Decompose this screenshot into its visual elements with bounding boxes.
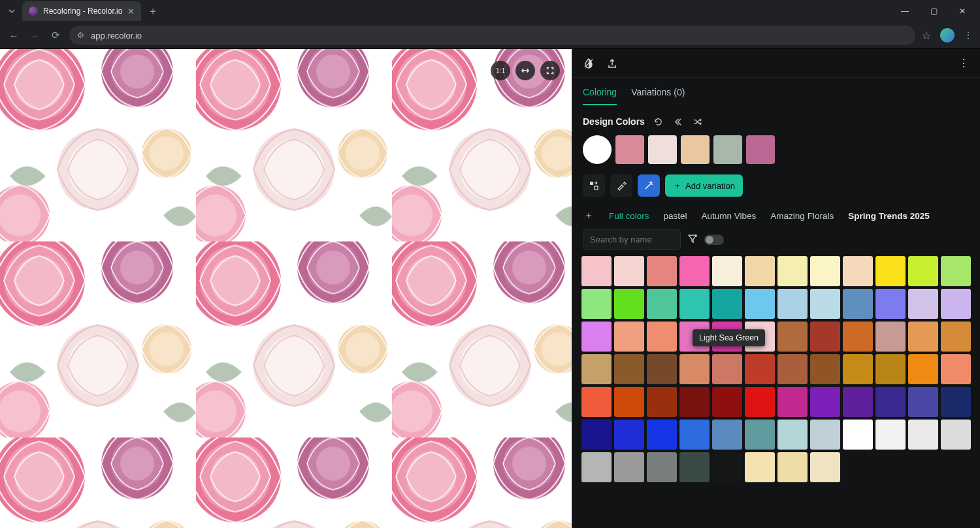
address-bar[interactable]: ⚙ app.recolor.io: [69, 25, 915, 45]
fullscreen-button[interactable]: [540, 61, 560, 80]
palette-swatch[interactable]: [875, 420, 906, 450]
palette-swatch[interactable]: [581, 289, 612, 319]
magic-wand-button[interactable]: [638, 174, 660, 197]
back-button[interactable]: ←: [7, 30, 21, 41]
eyedropper-button[interactable]: [610, 174, 632, 197]
palette-swatch[interactable]: [712, 354, 742, 384]
site-info-icon[interactable]: ⚙: [77, 31, 84, 40]
palette-swatch[interactable]: [777, 387, 808, 417]
palette-swatch[interactable]: [712, 420, 742, 450]
palette-swatch[interactable]: [679, 387, 710, 417]
palette-swatch[interactable]: [843, 289, 873, 319]
tab-coloring[interactable]: Coloring: [583, 87, 617, 105]
palette-swatch[interactable]: [941, 420, 971, 450]
shuffle-icon[interactable]: [692, 116, 704, 127]
palette-swatch[interactable]: [875, 256, 906, 286]
palette-swatch[interactable]: [777, 452, 808, 482]
palette-swatch[interactable]: [647, 289, 677, 319]
forward-button[interactable]: →: [27, 30, 42, 41]
palette-swatch[interactable]: [581, 256, 612, 286]
palette-tab-florals[interactable]: Amazing Florals: [770, 211, 834, 221]
design-canvas[interactable]: 1:1: [0, 49, 572, 528]
export-icon[interactable]: [606, 58, 618, 69]
palette-swatch[interactable]: [647, 256, 677, 286]
palette-swatch[interactable]: [679, 452, 710, 482]
palette-swatch[interactable]: [745, 289, 775, 319]
palette-swatch[interactable]: [941, 256, 971, 286]
palette-swatch[interactable]: [875, 354, 906, 384]
palette-swatch[interactable]: [745, 387, 775, 417]
palette-swatch[interactable]: [777, 420, 808, 450]
search-input[interactable]: [583, 229, 681, 250]
palette-swatch[interactable]: [810, 354, 840, 384]
palette-swatch[interactable]: [908, 256, 938, 286]
palette-swatch[interactable]: [777, 289, 808, 319]
palette-swatch[interactable]: [614, 420, 644, 450]
palette-swatch[interactable]: [712, 452, 742, 482]
palette-swatch[interactable]: [875, 322, 906, 352]
palette-swatch[interactable]: [745, 322, 775, 352]
palette-swatch[interactable]: [875, 387, 906, 417]
palette-swatch[interactable]: [679, 256, 710, 286]
palette-tab-spring[interactable]: Spring Trends 2025: [848, 211, 930, 221]
browser-tab[interactable]: Recoloring - Recolor.io ✕: [22, 1, 141, 21]
palette-swatch[interactable]: [908, 322, 938, 352]
zoom-actual-size-button[interactable]: 1:1: [491, 61, 510, 80]
palette-swatch[interactable]: [810, 452, 840, 482]
palette-swatch[interactable]: [647, 354, 677, 384]
palette-swatch[interactable]: [712, 387, 742, 417]
palette-swatch[interactable]: [581, 354, 612, 384]
palette-swatch[interactable]: [810, 387, 840, 417]
add-palette-button[interactable]: ＋: [583, 210, 595, 222]
palette-swatch[interactable]: [647, 387, 677, 417]
palette-swatch[interactable]: [712, 256, 742, 286]
palette-swatch[interactable]: [941, 354, 971, 384]
tabs-dropdown-button[interactable]: [5, 5, 18, 18]
tab-close-button[interactable]: ✕: [127, 7, 135, 16]
palette-swatch[interactable]: [647, 452, 677, 482]
collapse-icon[interactable]: [672, 116, 684, 127]
palette-swatch[interactable]: [777, 354, 808, 384]
palette-swatch[interactable]: [614, 256, 644, 286]
palette-swatch[interactable]: [647, 322, 677, 352]
maximize-button[interactable]: ▢: [924, 7, 943, 16]
reload-button[interactable]: ⟳: [48, 29, 63, 41]
palette-swatch[interactable]: [581, 452, 612, 482]
profile-avatar[interactable]: [940, 28, 955, 42]
palette-swatch[interactable]: [745, 354, 775, 384]
palette-swatch[interactable]: [614, 354, 644, 384]
palette-swatch[interactable]: [679, 322, 710, 352]
palette-swatch[interactable]: [679, 354, 710, 384]
palette-swatch[interactable]: [581, 322, 612, 352]
palette-swatch[interactable]: [614, 387, 644, 417]
palette-swatch[interactable]: [908, 289, 938, 319]
palette-swatch[interactable]: [843, 387, 873, 417]
new-tab-button[interactable]: ＋: [145, 3, 161, 19]
palette-swatch[interactable]: [745, 420, 775, 450]
palette-swatch[interactable]: [777, 322, 808, 352]
tab-variations[interactable]: Variations (0): [631, 87, 685, 105]
palette-swatch[interactable]: [810, 322, 840, 352]
panel-menu-button[interactable]: ⋮: [958, 58, 970, 69]
palette-swatch[interactable]: [810, 289, 840, 319]
palette-swatch[interactable]: [941, 289, 971, 319]
palette-swatch[interactable]: [614, 289, 644, 319]
add-variation-button[interactable]: ＋ Add variation: [665, 174, 743, 197]
palette-swatch[interactable]: [843, 322, 873, 352]
close-window-button[interactable]: ✕: [953, 7, 972, 16]
palette-swatch[interactable]: [745, 452, 775, 482]
design-swatch[interactable]: [681, 135, 710, 164]
palette-swatch[interactable]: [908, 387, 938, 417]
browser-menu-button[interactable]: ⋮: [964, 30, 973, 41]
palette-tab-full-colors[interactable]: Full colors: [609, 211, 649, 221]
palette-swatch[interactable]: [581, 387, 612, 417]
minimize-button[interactable]: —: [895, 7, 915, 16]
palette-swatch[interactable]: [843, 256, 873, 286]
palette-swatch[interactable]: [941, 387, 971, 417]
palette-tab-pastel[interactable]: pastel: [664, 211, 687, 221]
palette-tab-autumn[interactable]: Autumn Vibes: [702, 211, 757, 221]
palette-swatch[interactable]: [875, 289, 906, 319]
palette-swatch[interactable]: [647, 420, 677, 450]
palette-swatch[interactable]: [614, 322, 644, 352]
bookmark-button[interactable]: ☆: [922, 29, 931, 42]
